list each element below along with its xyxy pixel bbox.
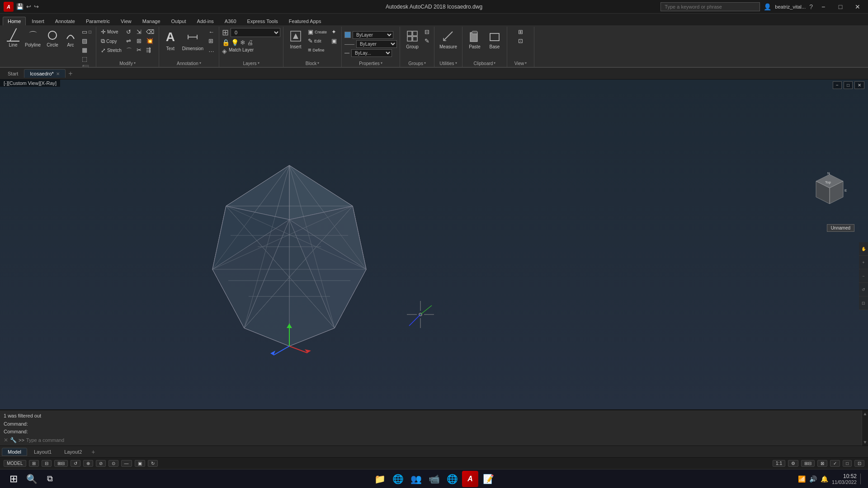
tab-view[interactable]: View (116, 17, 137, 25)
draw-gradient-button[interactable]: ▦ (80, 46, 93, 54)
polar-btn[interactable]: ↺ (71, 460, 80, 467)
window-minimize[interactable]: − (816, 1, 830, 12)
group-button[interactable]: Group (403, 28, 422, 51)
tab-parametric[interactable]: Parametric (81, 17, 115, 25)
rotate-button[interactable]: ↺ (124, 28, 134, 36)
layout-tab-model[interactable]: Model (2, 448, 27, 456)
scale-btn[interactable]: 1:1 (773, 460, 785, 467)
search-button[interactable]: 🔍 (24, 471, 40, 487)
taskbar-explorer[interactable]: 📁 (372, 471, 388, 487)
modify-group-arrow[interactable]: ▾ (134, 61, 136, 65)
command-input[interactable] (26, 437, 864, 443)
groups-group-arrow[interactable]: ▾ (424, 61, 426, 65)
annot-more[interactable]: … (207, 46, 216, 54)
ortho-btn[interactable]: ⊞⊟ (54, 460, 68, 467)
bylayer2-dropdown[interactable]: ByLayer (356, 40, 397, 48)
match-prop-button[interactable]: ✦ (330, 28, 339, 36)
view-btn2[interactable]: ⊡ (516, 37, 525, 45)
layer-btn-1[interactable]: 🔒 (222, 39, 230, 46)
layer-btn-4[interactable]: 🖨 (247, 39, 253, 46)
tab-express[interactable]: Express Tools (242, 17, 283, 25)
start-button[interactable]: ⊞ (5, 471, 22, 487)
taskbar-show-desktop[interactable] (860, 474, 863, 484)
line-button[interactable]: ╱ Line (5, 28, 22, 49)
block-group-arrow[interactable]: ▾ (317, 61, 319, 65)
grid-btn[interactable]: ⊞ (29, 460, 39, 467)
viewport-close[interactable]: ✕ (854, 81, 864, 89)
snap-btn[interactable]: ⊟ (42, 460, 52, 467)
quick-access-undo[interactable]: ↩ (26, 3, 31, 10)
osnap-btn[interactable]: ⊕ (83, 460, 93, 467)
scale-button[interactable]: ⇲ (135, 28, 143, 36)
utilities-group-arrow[interactable]: ▾ (455, 61, 457, 65)
tab-output[interactable]: Output (166, 17, 191, 25)
layout-tab-layout1[interactable]: Layout1 (28, 448, 57, 456)
otrack-btn[interactable]: ⊘ (96, 460, 106, 467)
offset-button[interactable]: ⇶ (144, 46, 156, 54)
window-maximize[interactable]: □ (834, 1, 847, 12)
view-group-arrow[interactable]: ▾ (525, 61, 527, 65)
mirror-button[interactable]: ⇌ (124, 37, 134, 45)
polyline-button[interactable]: ⌒ Polyline (23, 28, 43, 49)
viewport-minimize[interactable]: − (833, 81, 842, 89)
ws-btn[interactable]: ⊞⊟ (801, 460, 815, 467)
dimension-button[interactable]: Dimension (180, 28, 206, 52)
quick-access-save[interactable]: 💾 (16, 3, 24, 10)
move-button[interactable]: ✛ Move (99, 28, 123, 36)
layer-btn-2[interactable]: 💡 (231, 39, 239, 46)
tab-home[interactable]: Home (3, 17, 26, 25)
view-btn1[interactable]: ⊞ (516, 28, 525, 36)
doc-tab-start[interactable]: Start (2, 69, 24, 78)
trim-button[interactable]: ✂ (135, 46, 143, 54)
paste-button[interactable]: Paste (465, 28, 484, 51)
group-edit-button[interactable]: ✎ (423, 37, 431, 45)
bylayer1-dropdown[interactable]: ByLayer (353, 31, 393, 39)
taskbar-autocad[interactable]: A (462, 471, 478, 487)
selcyc-btn[interactable]: ↻ (148, 460, 158, 467)
insert-button[interactable]: Insert (286, 28, 305, 51)
fillet-button[interactable]: ⌒ (124, 46, 134, 56)
array-button[interactable]: ⊞ (135, 37, 143, 45)
scroll-up-icon[interactable]: ▲ (862, 410, 868, 417)
layout-tab-layout2[interactable]: Layout2 (58, 448, 88, 456)
draw-boundary-button[interactable]: ⬚ (80, 55, 93, 63)
leader-button[interactable]: ← (207, 28, 216, 36)
taskbar-zoom[interactable]: 📹 (426, 471, 442, 487)
taskbar-chrome[interactable]: 🌐 (444, 471, 460, 487)
text-button[interactable]: A Text (162, 28, 179, 52)
copy-button[interactable]: ⧉ Copy (99, 37, 123, 46)
tab-annotate[interactable]: Annotate (50, 17, 80, 25)
isolate-btn[interactable]: □ (843, 460, 852, 467)
layer-match-btn[interactable]: Match Layer (229, 47, 254, 55)
taskbar-teams[interactable]: 👥 (408, 471, 424, 487)
draw-hatch-button[interactable]: ▨ (80, 37, 93, 45)
taskbar-clock[interactable]: 10:52 11/03/2022 (832, 473, 857, 485)
help-icon[interactable]: ? (809, 3, 813, 10)
orbit-icon[interactable]: ↺ (859, 283, 868, 296)
layer-btn-3[interactable]: ❄ (240, 39, 245, 46)
tab-manage[interactable]: Manage (137, 17, 165, 25)
bylayer3-dropdown[interactable]: ByLay... (351, 49, 392, 57)
explode-button[interactable]: 💥 (144, 37, 156, 45)
stretch-button[interactable]: ⤢ Stretch (99, 46, 123, 55)
annot-scale-btn[interactable]: ⊠ (817, 460, 827, 467)
unnamed-view-button[interactable]: Unnamed (827, 224, 854, 232)
tab-a360[interactable]: A360 (220, 17, 241, 25)
zoom-out-icon[interactable]: − (859, 269, 868, 283)
lock-ui-btn[interactable]: ✓ (830, 460, 840, 467)
measure-button[interactable]: Measure (437, 28, 459, 51)
taskbar-edge[interactable]: 🌐 (390, 471, 406, 487)
tab-featured[interactable]: Featured Apps (284, 17, 326, 25)
fullscreen-btn[interactable]: ⊡ (854, 460, 864, 467)
window-close[interactable]: ✕ (851, 1, 864, 12)
quick-access-redo[interactable]: ↪ (34, 3, 39, 10)
doc-tab-icosaedro[interactable]: Icosaedro* ✕ (24, 69, 66, 78)
tab-insert[interactable]: Insert (27, 17, 49, 25)
draw-rect-button[interactable]: ▭□ (80, 28, 93, 36)
transp-btn[interactable]: ▣ (135, 460, 145, 467)
zoom-extent-icon[interactable]: ⊡ (859, 296, 868, 310)
3d-canvas[interactable] (0, 80, 868, 409)
view-cube[interactable]: Top N E (809, 170, 845, 206)
taskbar-sticky[interactable]: 📝 (480, 471, 496, 487)
pan-icon[interactable]: ✋ (859, 242, 868, 256)
